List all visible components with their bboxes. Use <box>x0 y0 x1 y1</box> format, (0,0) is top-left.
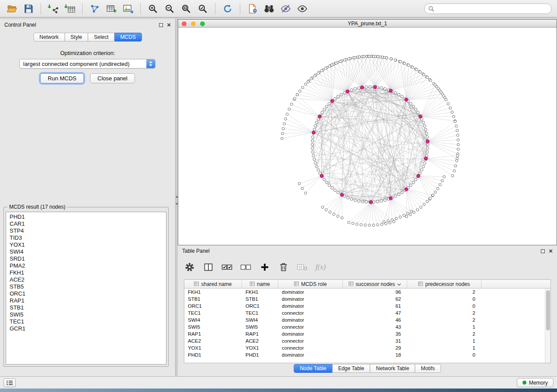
memory-button[interactable]: Memory <box>517 378 554 387</box>
table-cell[interactable]: connector <box>278 344 343 351</box>
mcds-result-item[interactable]: STP4 <box>6 227 166 234</box>
table-cell[interactable]: 46 <box>343 316 407 323</box>
create-column-button[interactable] <box>259 261 270 273</box>
table-cell[interactable]: SWI4 <box>242 316 278 323</box>
mcds-result-list[interactable]: PHD1CAR1STP4TID3YOX1SWI4SRD1PMA2FKH1ACE2… <box>6 212 166 364</box>
table-cell[interactable]: 1 <box>407 337 481 344</box>
table-cell[interactable]: 2 <box>407 330 481 337</box>
new-table-button[interactable] <box>103 2 120 16</box>
close-mcds-panel-button[interactable]: Close panel <box>90 73 135 83</box>
show-columns-button[interactable] <box>203 261 214 273</box>
refresh-layout-button[interactable] <box>219 2 236 16</box>
table-cell[interactable]: STB1 <box>184 296 242 303</box>
table-cell[interactable]: FKH1 <box>184 289 242 296</box>
zoom-in-button[interactable] <box>145 2 161 16</box>
hide-selected-button[interactable] <box>277 2 294 16</box>
open-session-button[interactable] <box>3 2 20 16</box>
table-cell[interactable]: TEC1 <box>184 309 242 316</box>
table-cell[interactable]: dominator <box>278 296 343 303</box>
delete-column-button[interactable] <box>278 261 289 273</box>
table-cell[interactable]: 29 <box>343 344 407 351</box>
table-row[interactable]: RAP1RAP1dominator352 <box>184 330 550 337</box>
table-cell[interactable]: 0 <box>407 351 481 358</box>
table-cell[interactable]: PHD1 <box>242 351 278 358</box>
table-cell[interactable]: YOX1 <box>184 344 242 351</box>
mcds-result-item[interactable]: PHD1 <box>6 213 166 220</box>
table-cell[interactable]: 62 <box>343 296 407 303</box>
table-cell[interactable]: 96 <box>343 289 407 296</box>
close-table-panel-icon[interactable]: × <box>549 248 553 254</box>
table-row[interactable]: TEC1TEC1connector472 <box>184 309 550 316</box>
tab-mcds[interactable]: MCDS <box>114 33 142 41</box>
tab-select[interactable]: Select <box>88 33 114 41</box>
save-session-button[interactable] <box>20 2 37 16</box>
delete-table-button[interactable] <box>297 261 308 273</box>
float-table-panel-icon[interactable] <box>541 249 545 253</box>
table-cell[interactable]: RAP1 <box>242 330 278 337</box>
column-header-name[interactable]: name <box>242 280 278 289</box>
table-row[interactable]: ACE2ACE2connector311 <box>184 337 550 344</box>
table-cell[interactable]: RAP1 <box>184 330 242 337</box>
table-row[interactable]: SWI4SWI4dominator462 <box>184 316 550 323</box>
table-row[interactable]: FKH1FKH1dominator962 <box>184 289 550 296</box>
table-cell[interactable]: dominator <box>278 303 343 309</box>
table-cell[interactable]: STB1 <box>242 296 278 303</box>
minimize-window-icon[interactable] <box>191 21 196 26</box>
tab-network[interactable]: Network <box>33 33 65 41</box>
zoom-fit-button[interactable] <box>178 2 194 16</box>
table-cell[interactable]: PHD1 <box>184 351 242 358</box>
table-row[interactable]: PHD1PHD1dominator180 <box>184 351 550 358</box>
table-cell[interactable]: SWI5 <box>242 323 278 330</box>
column-header-predecessor-nodes[interactable]: predecessor nodes <box>407 280 481 289</box>
table-cell[interactable]: dominator <box>278 316 343 323</box>
table-row[interactable]: YOX1YOX1connector291 <box>184 344 550 351</box>
column-header-successor-nodes[interactable]: successor nodes <box>343 280 407 289</box>
table-cell[interactable]: dominator <box>278 289 343 296</box>
table-cell[interactable]: dominator <box>278 330 343 337</box>
table-cell[interactable]: 1 <box>407 323 481 330</box>
mcds-result-item[interactable]: ORC1 <box>6 290 166 297</box>
mcds-result-item[interactable]: YOX1 <box>6 241 166 248</box>
console-button[interactable] <box>3 378 16 387</box>
table-cell[interactable]: SWI5 <box>184 323 242 330</box>
table-cell[interactable]: 1 <box>407 344 481 351</box>
tab-edge-table[interactable]: Edge Table <box>332 364 370 373</box>
table-cell[interactable]: 43 <box>343 323 407 330</box>
mcds-result-item[interactable]: TID3 <box>6 234 166 241</box>
tab-network-table[interactable]: Network Table <box>370 364 415 373</box>
float-panel-icon[interactable] <box>159 23 163 27</box>
criterion-dropdown[interactable]: largest connected component (undirected) <box>19 59 156 69</box>
table-cell[interactable]: YOX1 <box>242 344 278 351</box>
close-window-icon[interactable] <box>182 21 187 26</box>
table-cell[interactable]: ORC1 <box>242 303 278 309</box>
table-cell[interactable]: TEC1 <box>242 309 278 316</box>
mcds-result-item[interactable]: RAP1 <box>6 297 166 304</box>
table-cell[interactable]: 0 <box>407 296 481 303</box>
mcds-result-item[interactable]: ACE2 <box>6 276 166 283</box>
column-header-shared-name[interactable]: shared name <box>184 280 242 289</box>
tab-motifs[interactable]: Motifs <box>415 364 441 373</box>
mcds-result-item[interactable]: PMA2 <box>6 262 166 269</box>
close-panel-icon[interactable]: × <box>167 22 171 28</box>
run-mcds-button[interactable]: Run MCDS <box>40 73 84 83</box>
table-row[interactable]: ORC1ORC1dominator610 <box>184 303 550 309</box>
mcds-result-item[interactable]: STB5 <box>6 283 166 290</box>
mcds-result-item[interactable]: FKH1 <box>6 269 166 276</box>
table-scrollbar[interactable] <box>545 289 550 363</box>
mcds-result-item[interactable]: STB1 <box>6 304 166 311</box>
scrollbar-thumb[interactable] <box>546 290 550 330</box>
import-network-file-button[interactable] <box>45 2 62 16</box>
zoom-out-button[interactable] <box>161 2 178 16</box>
search-input[interactable] <box>436 6 548 12</box>
import-table-file-button[interactable] <box>62 2 78 16</box>
search-box[interactable] <box>424 3 552 14</box>
select-all-button[interactable] <box>221 261 233 273</box>
table-cell[interactable]: ACE2 <box>184 337 242 344</box>
show-all-button[interactable] <box>294 2 311 16</box>
table-cell[interactable]: connector <box>278 323 343 330</box>
mcds-result-item[interactable]: SRD1 <box>6 255 166 262</box>
mcds-result-item[interactable]: CAR1 <box>6 220 166 227</box>
new-network-button[interactable] <box>86 2 103 16</box>
mcds-result-item[interactable]: SWI5 <box>6 311 166 318</box>
table-cell[interactable]: 2 <box>407 316 481 323</box>
